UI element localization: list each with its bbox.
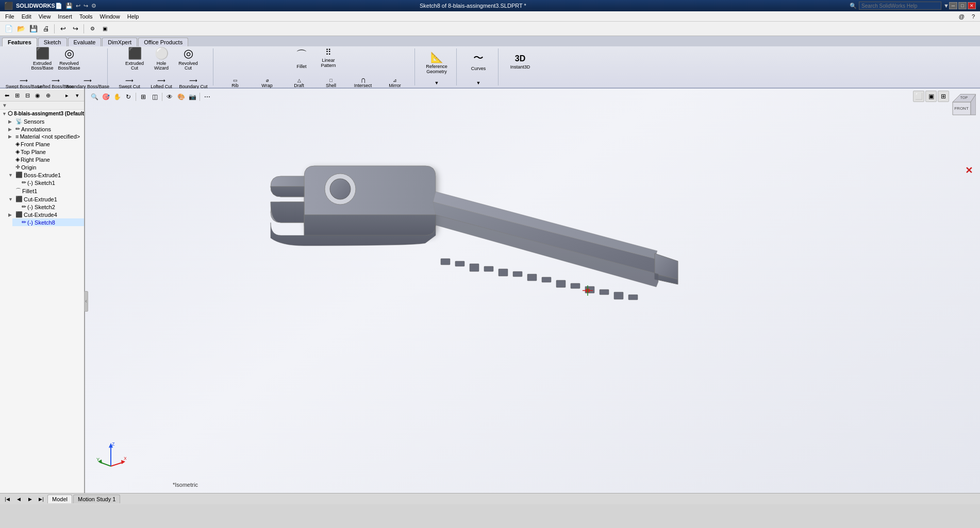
tree-item-boss-extrude1[interactable]: ▼ ⬛ Boss-Extrude1 — [6, 171, 84, 179]
expand-tree-button[interactable]: ⬜ — [913, 91, 924, 102]
open-button[interactable]: 📂 — [15, 23, 27, 35]
swept-cut-button[interactable]: ⟿ Swept Cut — [114, 76, 145, 90]
menu-question[interactable]: ? — [969, 12, 978, 21]
rebuild-button[interactable]: ⚙ — [87, 23, 98, 35]
reference-geometry-icon: 📐 — [430, 51, 443, 63]
reference-geometry-button[interactable]: 📐 ReferenceGeometry — [421, 48, 452, 79]
wrap-button[interactable]: ⌀ Wrap — [252, 77, 283, 89]
split-view-button[interactable]: ▣ — [925, 91, 937, 102]
tree-item-front-plane[interactable]: ◈ Front Plane — [6, 140, 84, 148]
boundary-cut-button[interactable]: ⟿ Boundary Cut — [178, 76, 209, 90]
right-plane-icon: ◈ — [15, 156, 20, 163]
extruded-boss-button[interactable]: ⬛ ExtrudedBoss/Base — [29, 44, 55, 75]
lofted-cut-button[interactable]: ⟿ Lofted Cut — [146, 76, 177, 90]
tree-item-sketch1[interactable]: ✏ (-) Sketch1 — [12, 179, 84, 186]
scroll-left-start[interactable]: |◀ — [2, 494, 12, 504]
tree-item-right-plane[interactable]: ◈ Right Plane — [6, 156, 84, 163]
boundary-boss-button[interactable]: ⟿ Boundary Boss/Base — [72, 76, 103, 90]
tree-item-fillet1[interactable]: ⌒ Fillet1 — [6, 186, 84, 195]
tree-item-sensors[interactable]: ▶ 📡 Sensors — [6, 117, 84, 125]
tree-collapse-all[interactable]: ⊟ — [23, 91, 32, 100]
tree-collapse-icon[interactable]: ▾ — [73, 91, 82, 100]
search-dropdown-icon[interactable]: ▼ — [943, 3, 949, 9]
tree-item-sketch8[interactable]: ✏ (-) Sketch8 — [12, 218, 84, 226]
tree-item-annotations[interactable]: ▶ ✏ Annotations — [6, 125, 84, 133]
instant3d-button[interactable]: 3D Instant3D — [505, 52, 536, 82]
menu-file[interactable]: File — [2, 12, 18, 21]
close-panel-button[interactable]: ✕ — [965, 165, 973, 176]
zoom-in-button[interactable]: 🎯 — [101, 92, 111, 102]
close-button[interactable]: ✕ — [968, 2, 976, 9]
scroll-right-end[interactable]: ▶| — [36, 494, 46, 504]
rib-button[interactable]: ▭ Rib — [220, 77, 251, 89]
tree-item-cut-extrude1[interactable]: ▼ ⬛ Cut-Extrude1 — [6, 195, 84, 203]
wrap-icon: ⌀ — [266, 78, 269, 83]
tab-motion-study[interactable]: Motion Study 1 — [73, 495, 120, 503]
hide-show-button[interactable]: 👁 — [164, 92, 175, 102]
save-icon[interactable]: 💾 — [65, 3, 73, 9]
menu-insert[interactable]: Insert — [55, 12, 75, 21]
save-button[interactable]: 💾 — [28, 23, 39, 35]
tree-item-sketch2[interactable]: ✏ (-) Sketch2 — [12, 203, 84, 211]
revolved-boss-button[interactable]: ◎ RevolvedBoss/Base — [56, 44, 82, 75]
hole-wizard-button[interactable]: ⚪ HoleWizard — [148, 44, 174, 75]
draft-button[interactable]: △ Draft — [284, 77, 314, 89]
file-icon[interactable]: 📄 — [55, 3, 62, 9]
search-input[interactable] — [859, 2, 941, 10]
panel-collapse-handle[interactable]: ‹ — [84, 291, 88, 312]
menu-tools[interactable]: Tools — [76, 12, 96, 21]
redo-button[interactable]: ↪ — [70, 23, 81, 35]
mirror-button[interactable]: ⊿ Mirror — [379, 77, 410, 89]
viewport[interactable]: 🔍 🎯 ✋ ↻ ⊞ ◫ 👁 🎨 📷 ⋯ ⬜ ▣ ⊞ — [85, 89, 980, 493]
more-view-options[interactable]: ⋯ — [202, 92, 212, 102]
tree-search[interactable]: ⊕ — [43, 91, 53, 100]
tree-item-top-plane[interactable]: ◈ Top Plane — [6, 148, 84, 156]
tree-item-material[interactable]: ▶ ≡ Material <not specified> — [6, 133, 84, 140]
tree-expand-all[interactable]: ⊞ — [12, 91, 22, 100]
menu-edit[interactable]: Edit — [19, 12, 35, 21]
curves-button[interactable]: 〜 Curves — [463, 48, 494, 79]
minimize-button[interactable]: ─ — [949, 2, 957, 9]
undo-button[interactable]: ↩ — [57, 23, 69, 35]
draft-icon: △ — [297, 78, 301, 83]
sketch2-icon: ✏ — [22, 203, 26, 210]
tree-item-root[interactable]: ▼ ⬡ 8-blais-assingment3 (Default< — [0, 110, 84, 117]
new-button[interactable]: 📄 — [3, 23, 14, 35]
linear-pattern-button[interactable]: ⠿ LinearPattern — [315, 45, 341, 76]
print-button[interactable]: 🖨 — [40, 23, 52, 35]
view-orient-button[interactable]: ⊞ — [138, 92, 148, 102]
revolved-cut-button[interactable]: ◎ RevolvedCut — [175, 44, 201, 75]
menu-view[interactable]: View — [36, 12, 54, 21]
options-button[interactable]: ▣ — [99, 23, 110, 35]
orientation-cube[interactable]: FRONT TOP — [948, 92, 976, 120]
scroll-left[interactable]: ◀ — [13, 494, 24, 504]
fillet-button[interactable]: ⌒ Fillet — [289, 45, 314, 76]
curves-icon: 〜 — [473, 51, 484, 65]
menu-at[interactable]: @ — [956, 12, 968, 21]
maximize-button[interactable]: □ — [958, 2, 967, 9]
scroll-right[interactable]: ▶ — [25, 494, 35, 504]
edit-appear-button[interactable]: 🎨 — [176, 92, 186, 102]
scene-button[interactable]: 📷 — [187, 92, 197, 102]
swept-boss-button[interactable]: ⟿ Swept Boss/Base — [8, 76, 39, 90]
display-style-button[interactable]: ◫ — [150, 92, 160, 102]
rotate-button[interactable]: ↻ — [123, 92, 134, 102]
options-icon[interactable]: ⚙ — [91, 3, 96, 9]
tree-nav-back[interactable]: ⬅ — [2, 91, 11, 100]
redo-icon[interactable]: ↪ — [84, 3, 88, 9]
tree-filter[interactable]: ◉ — [33, 91, 42, 100]
tree-item-origin[interactable]: ✛ Origin — [6, 163, 84, 171]
menu-window[interactable]: Window — [97, 12, 123, 21]
tab-model[interactable]: Model — [47, 495, 72, 503]
intersect-button[interactable]: ⋂ Intersect — [347, 77, 378, 89]
pan-button[interactable]: ✋ — [112, 92, 122, 102]
extruded-cut-button[interactable]: ⬛ ExtrudedCut — [122, 44, 147, 75]
tree-expand-icon[interactable]: ▸ — [62, 91, 72, 100]
undo-icon[interactable]: ↩ — [76, 3, 80, 9]
curves-dropdown-icon[interactable]: ▼ — [476, 80, 481, 86]
zoom-to-fit-button[interactable]: 🔍 — [89, 92, 99, 102]
tree-item-cut-extrude4[interactable]: ▶ ⬛ Cut-Extrude4 — [6, 211, 84, 218]
shell-button[interactable]: □ Shell — [315, 77, 346, 89]
menu-help[interactable]: Help — [124, 12, 142, 21]
ref-geom-dropdown-icon[interactable]: ▼ — [435, 80, 439, 86]
